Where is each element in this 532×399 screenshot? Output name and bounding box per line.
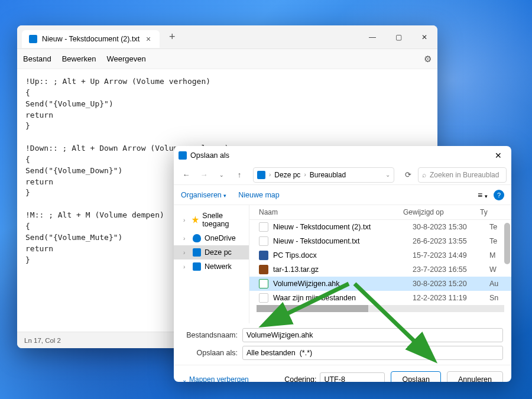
filename-input[interactable] (242, 328, 503, 342)
menu-file[interactable]: Bestand (23, 54, 51, 63)
cursor-position: Ln 17, Col 2 (24, 337, 61, 344)
folder-tree: ›Snelle toegang›OneDrive›Deze pc›Netwerk (174, 205, 249, 323)
tree-item-cloud[interactable]: ›OneDrive (174, 231, 249, 245)
tree-label: Deze pc (205, 248, 232, 257)
file-icon (259, 222, 268, 232)
filename-label: Bestandsnaam: (182, 331, 238, 339)
organize-menu[interactable]: Organiseren ▾ (181, 191, 226, 199)
help-icon[interactable]: ? (494, 190, 504, 200)
tree-label: Snelle toegang (202, 212, 244, 228)
file-date: 30-8-2023 15:30 (413, 223, 489, 231)
file-date: 26-6-2023 13:55 (413, 237, 489, 245)
column-name[interactable]: Naam (249, 208, 403, 216)
chevron-right-icon: › (304, 171, 306, 178)
file-type: Te (489, 223, 497, 231)
file-date: 15-7-2023 14:49 (413, 251, 489, 259)
new-folder-button[interactable]: Nieuwe map (238, 191, 279, 199)
file-icon (259, 293, 268, 303)
save-button[interactable]: Opslaan (391, 371, 441, 382)
file-name: Nieuw - Tekstdocument (2).txt (273, 223, 413, 231)
vertical-scrollbar[interactable] (504, 223, 510, 264)
search-input[interactable]: ⌕ Zoeken in Bureaublad (418, 167, 507, 183)
file-row[interactable]: Nieuw - Tekstdocument (2).txt30-8-2023 1… (249, 220, 511, 234)
chevron-right-icon: › (183, 235, 189, 242)
dialog-toolbar: Organiseren ▾ Nieuwe map ≡ ▾ ? (174, 185, 511, 205)
search-icon: ⌕ (422, 171, 426, 179)
pc-icon (193, 248, 201, 257)
window-controls: — ▢ ✕ (359, 25, 437, 49)
file-row[interactable]: VolumeWijzigen.ahk30-8-2023 15:20Au (249, 277, 511, 291)
hide-folders-toggle[interactable]: ⌄ Mappen verbergen (182, 375, 249, 382)
chevron-right-icon: › (183, 264, 189, 270)
minimize-button[interactable]: — (359, 25, 385, 49)
filter-select[interactable] (242, 346, 503, 360)
notepad-titlebar: Nieuw - Tekstdocument (2).txt × + — ▢ ✕ (17, 25, 437, 49)
notepad-tab[interactable]: Nieuw - Tekstdocument (2).txt × (22, 30, 160, 48)
dialog-form: Bestandsnaam: Opslaan als: (174, 323, 511, 360)
close-tab-icon[interactable]: × (144, 35, 153, 43)
recent-dropdown[interactable]: ⌄ (214, 167, 229, 183)
file-name: Nieuw - Tekstdocument.txt (273, 237, 413, 245)
close-button[interactable]: ✕ (411, 25, 437, 49)
file-name: PC Tips.docx (273, 251, 413, 259)
dialog-titlebar: Opslaan als ✕ (174, 146, 511, 165)
dialog-title: Opslaan als (190, 151, 229, 160)
file-row[interactable]: PC Tips.docx15-7-2023 14:49M (249, 248, 511, 262)
back-button[interactable]: ← (179, 167, 194, 183)
file-type: Te (489, 237, 497, 245)
column-type[interactable]: Ty (480, 208, 504, 216)
forward-button[interactable]: → (196, 167, 212, 183)
encoding-select[interactable] (320, 372, 385, 382)
file-type: M (489, 251, 495, 259)
file-type: W (489, 265, 497, 274)
dialog-navbar: ← → ⌄ ↑ › Deze pc › Bureaublad ⌄ ⟳ ⌕ Zoe… (174, 165, 511, 185)
dialog-icon (179, 151, 187, 160)
file-type: Au (489, 280, 498, 288)
notepad-menubar: Bestand Bewerken Weergeven ⚙ (17, 49, 437, 69)
dialog-body: ›Snelle toegang›OneDrive›Deze pc›Netwerk… (174, 205, 511, 323)
cancel-button[interactable]: Annuleren (447, 371, 503, 382)
file-row[interactable]: Waar zijn mijn bestanden12-2-2023 11:19S… (249, 291, 511, 305)
chevron-down-icon[interactable]: ⌄ (385, 171, 390, 178)
horizontal-scrollbar[interactable] (257, 305, 504, 312)
file-icon (259, 236, 268, 246)
cloud-icon (193, 234, 201, 242)
chevron-right-icon: › (183, 217, 188, 223)
new-tab-button[interactable]: + (169, 31, 176, 43)
tree-label: Netwerk (205, 262, 232, 271)
menu-edit[interactable]: Bewerken (62, 54, 96, 63)
breadcrumb-root[interactable]: Deze pc (274, 171, 300, 179)
refresh-button[interactable]: ⟳ (400, 167, 416, 183)
file-date: 30-8-2023 15:20 (413, 280, 489, 288)
file-icon (259, 265, 268, 274)
tree-label: OneDrive (205, 234, 236, 242)
encoding-label: Codering: (284, 375, 316, 382)
tab-title: Nieuw - Tekstdocument (2).txt (42, 35, 140, 43)
tree-item-pc[interactable]: ›Deze pc (174, 245, 249, 259)
file-name: VolumeWijzigen.ahk (273, 280, 413, 288)
file-row[interactable]: tar-1.13.tar.gz23-7-2023 16:55W (249, 262, 511, 277)
tree-item-net[interactable]: ›Netwerk (174, 259, 249, 274)
file-date: 12-2-2023 11:19 (413, 294, 489, 302)
file-type: Sn (489, 294, 498, 302)
breadcrumb-folder[interactable]: Bureaublad (310, 171, 346, 179)
file-icon (259, 279, 268, 288)
chevron-right-icon: › (183, 249, 189, 256)
maximize-button[interactable]: ▢ (385, 25, 411, 49)
up-button[interactable]: ↑ (232, 167, 247, 183)
file-name: tar-1.13.tar.gz (273, 265, 413, 274)
chevron-right-icon: › (269, 171, 271, 178)
star-icon (192, 216, 199, 224)
file-icon (259, 251, 268, 260)
file-row[interactable]: Nieuw - Tekstdocument.txt26-6-2023 13:55… (249, 234, 511, 248)
address-bar[interactable]: › Deze pc › Bureaublad ⌄ (253, 167, 394, 183)
view-options-button[interactable]: ≡ ▾ (478, 190, 488, 200)
column-modified[interactable]: Gewijzigd op (403, 208, 480, 216)
notepad-icon (29, 35, 37, 43)
dialog-close-button[interactable]: ✕ (490, 151, 507, 160)
net-icon (193, 262, 201, 271)
tree-item-star[interactable]: ›Snelle toegang (174, 209, 249, 231)
gear-icon[interactable]: ⚙ (424, 54, 432, 64)
menu-view[interactable]: Weergeven (107, 54, 146, 63)
file-list-header: Naam Gewijzigd op Ty (249, 205, 511, 220)
